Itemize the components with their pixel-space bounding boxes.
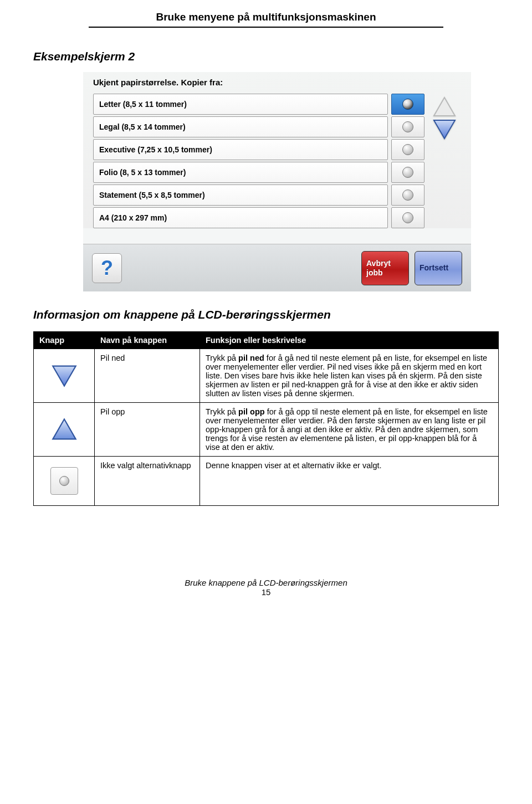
- table-row: Pil ned Trykk på pil ned for å gå ned ti…: [34, 349, 499, 403]
- radio-dot-icon: [402, 190, 413, 201]
- paper-option[interactable]: Letter (8,5 x 11 tommer): [93, 94, 388, 115]
- radio-selected[interactable]: [391, 94, 424, 115]
- paper-option[interactable]: Statement (5,5 x 8,5 tommer): [93, 185, 388, 206]
- section-heading: Eksempelskjerm 2: [33, 50, 499, 63]
- svg-marker-0: [434, 98, 455, 116]
- paper-option-label: Folio (8, 5 x 13 tommer): [99, 168, 186, 177]
- paper-option[interactable]: A4 (210 x 297 mm): [93, 207, 388, 228]
- svg-marker-2: [53, 366, 75, 386]
- th-name: Navn på knappen: [95, 332, 200, 349]
- paper-option[interactable]: Legal (8,5 x 14 tommer): [93, 116, 388, 137]
- paper-option-label: Executive (7,25 x 10,5 tommer): [99, 145, 212, 154]
- page-footer: Bruke knappene på LCD-berøringsskjermen …: [33, 578, 499, 597]
- radio-unselected[interactable]: [391, 185, 424, 206]
- paper-option[interactable]: Folio (8, 5 x 13 tommer): [93, 162, 388, 183]
- radio-dot-icon: [402, 144, 413, 155]
- title-rule: [89, 27, 443, 28]
- radio-unselected[interactable]: [391, 116, 424, 137]
- button-name: Pil opp: [95, 403, 200, 457]
- paper-size-list: Letter (8,5 x 11 tommer) Legal (8,5 x 14…: [93, 94, 461, 228]
- example-touchscreen: Ukjent papirstørrelse. Kopier fra: Lette…: [83, 72, 471, 291]
- info-heading: Informasjon om knappene på LCD-berørings…: [33, 308, 499, 321]
- arrow-up-icon: [51, 417, 78, 442]
- radio-unselected[interactable]: [391, 207, 424, 228]
- paper-option-label: A4 (210 x 297 mm): [99, 213, 167, 222]
- radio-dot-icon: [402, 121, 413, 132]
- arrow-down-icon[interactable]: [432, 118, 457, 140]
- unselected-radio-icon: [50, 467, 78, 495]
- paper-option-label: Letter (8,5 x 11 tommer): [99, 100, 187, 109]
- th-button: Knapp: [34, 332, 95, 349]
- continue-label: Fortsett: [420, 263, 448, 272]
- table-row: Pil opp Trykk på pil opp for å gå opp ti…: [34, 403, 499, 457]
- table-row: Ikke valgt alternativknapp Denne knappen…: [34, 457, 499, 506]
- page-number: 15: [33, 587, 499, 597]
- button-desc: Trykk på pil opp for å gå opp til neste …: [200, 403, 499, 457]
- paper-option[interactable]: Executive (7,25 x 10,5 tommer): [93, 139, 388, 160]
- panel-heading: Ukjent papirstørrelse. Kopier fra:: [93, 78, 461, 87]
- footer-text: Bruke knappene på LCD-berøringsskjermen: [33, 578, 499, 587]
- button-name: Pil ned: [95, 349, 200, 403]
- svg-marker-3: [53, 419, 75, 439]
- panel-bottom-bar: ? Avbryt jobb Fortsett: [83, 244, 471, 291]
- radio-dot-icon: [402, 167, 413, 178]
- th-desc: Funksjon eller beskrivelse: [200, 332, 499, 349]
- arrow-up-icon[interactable]: [432, 96, 457, 118]
- cancel-job-label: Avbryt jobb: [366, 259, 404, 276]
- doc-title: Bruke menyene på multifunksjonsmaskinen: [33, 11, 499, 27]
- radio-unselected[interactable]: [391, 162, 424, 183]
- paper-option-label: Statement (5,5 x 8,5 tommer): [99, 191, 205, 199]
- button-desc: Trykk på pil ned for å gå ned til neste …: [200, 349, 499, 403]
- radio-unselected[interactable]: [391, 139, 424, 160]
- radio-dot-icon: [402, 99, 413, 110]
- button-desc: Denne knappen viser at et alternativ ikk…: [200, 457, 499, 506]
- radio-dot-icon: [402, 212, 413, 223]
- buttons-info-table: Knapp Navn på knappen Funksjon eller bes…: [33, 331, 499, 506]
- help-button[interactable]: ?: [92, 253, 122, 283]
- cancel-job-button[interactable]: Avbryt jobb: [361, 251, 409, 285]
- paper-option-label: Legal (8,5 x 14 tommer): [99, 122, 186, 131]
- svg-marker-1: [434, 120, 455, 139]
- continue-button[interactable]: Fortsett: [415, 251, 462, 285]
- question-mark-icon: ?: [101, 257, 113, 280]
- button-name: Ikke valgt alternativknapp: [95, 457, 200, 506]
- arrow-down-icon: [51, 363, 78, 388]
